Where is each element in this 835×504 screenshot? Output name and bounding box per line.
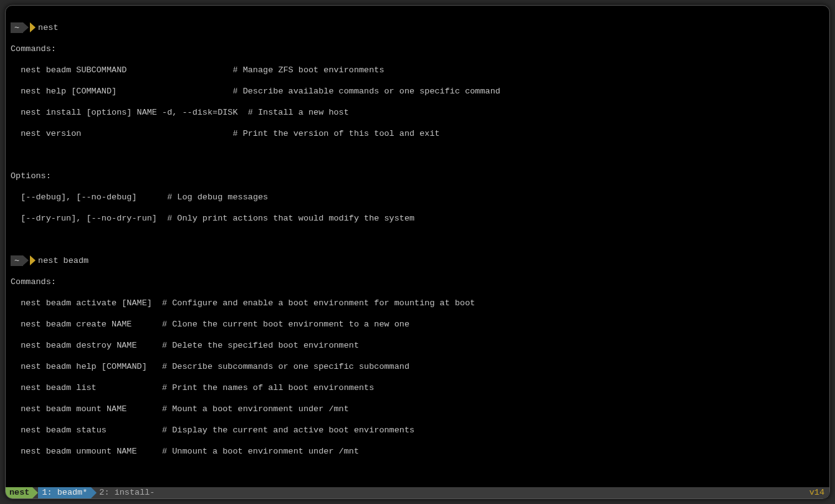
help-row: nest install [options] NAME -d, --disk=D…	[11, 107, 824, 118]
blank	[11, 234, 824, 245]
help-row: nest beadm activate [NAME] # Configure a…	[11, 298, 824, 308]
help-row: nest beadm SUBCOMMAND # Manage ZFS boot …	[11, 65, 824, 75]
prompt-1: ~nest	[11, 22, 824, 33]
prompt-dir-arrow	[23, 255, 30, 266]
status-tab-1[interactable]: 1: beadm*	[38, 487, 91, 498]
prompt-dir-arrow	[23, 22, 30, 33]
status-tab-2[interactable]: 2: install-	[97, 487, 158, 498]
help-row: nest beadm help [COMMAND] # Describe sub…	[11, 361, 824, 372]
blank	[11, 467, 824, 478]
status-right: v14	[809, 487, 829, 498]
status-host-arrow-icon	[32, 487, 38, 498]
help-row: nest beadm list # Print the names of all…	[11, 383, 824, 393]
help-row: nest beadm create NAME # Clone the curre…	[11, 319, 824, 330]
commands-header: Commands:	[11, 44, 824, 54]
command-text: nest	[38, 22, 58, 33]
help-row: nest beadm destroy NAME # Delete the spe…	[11, 340, 824, 351]
help-row: [--debug], [--no-debug] # Log debug mess…	[11, 192, 824, 202]
prompt-chevron-icon	[30, 22, 37, 33]
help-row: [--dry-run], [--no-dry-run] # Only print…	[11, 213, 824, 224]
prompt-dir: ~	[11, 255, 23, 266]
status-bar: nest 1: beadm* 2: install- v14	[6, 487, 829, 498]
prompt-2: ~nest beadm	[11, 255, 824, 266]
options-header: Options:	[11, 171, 824, 181]
blank	[11, 150, 824, 160]
status-tab-arrow-icon	[91, 487, 97, 498]
prompt-dir: ~	[11, 22, 23, 33]
prompt-chevron-icon	[30, 255, 37, 266]
help-row: nest beadm mount NAME # Mount a boot env…	[11, 404, 824, 414]
help-row: nest version # Print the version of this…	[11, 128, 824, 139]
terminal-output[interactable]: ~nest Commands: nest beadm SUBCOMMAND # …	[6, 6, 829, 487]
help-row: nest beadm status # Display the current …	[11, 425, 824, 435]
help-row: nest beadm unmount NAME # Unmount a boot…	[11, 446, 824, 457]
command-text: nest beadm	[38, 255, 88, 266]
terminal-window: ~nest Commands: nest beadm SUBCOMMAND # …	[5, 5, 830, 499]
commands-header: Commands:	[11, 277, 824, 287]
status-host[interactable]: nest	[6, 487, 32, 498]
help-row: nest help [COMMAND] # Describe available…	[11, 86, 824, 97]
